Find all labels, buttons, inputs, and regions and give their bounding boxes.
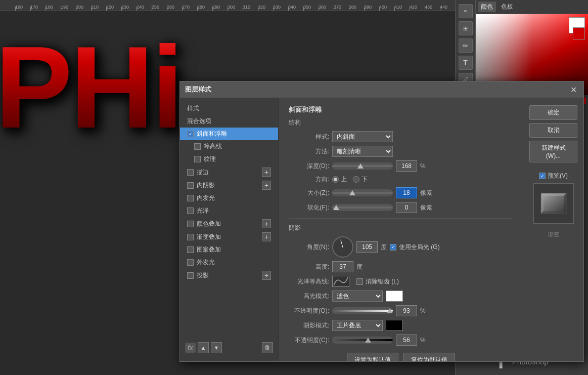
style-list-inner-shadow[interactable]: 内阴影	[187, 181, 262, 190]
swatch-tab[interactable]: 色板	[498, 2, 516, 12]
method-select[interactable]: 雕刻清晰 平滑 雕刻柔和	[332, 146, 393, 157]
preview-checkbox-item[interactable]: 预览(V)	[539, 172, 568, 180]
svg-marker-1	[541, 193, 566, 196]
anti-alias-checkbox[interactable]	[356, 278, 363, 285]
depth-slider[interactable]	[332, 162, 393, 170]
color-tab[interactable]: 颜色	[478, 2, 496, 12]
direction-up-radio[interactable]	[332, 176, 339, 183]
shadow-opacity-input[interactable]	[396, 335, 417, 346]
soften-input[interactable]	[396, 202, 417, 213]
style-list-pattern-overlay[interactable]: 图案叠加	[180, 243, 278, 256]
style-list-styles[interactable]: 样式	[180, 102, 278, 115]
angle-dial[interactable]	[332, 236, 353, 258]
pattern-overlay-checkbox[interactable]	[187, 246, 194, 253]
gloss-contour-swatch[interactable]	[332, 276, 349, 287]
global-light-checkbox[interactable]	[390, 244, 396, 251]
angle-input[interactable]	[356, 241, 378, 253]
altitude-input[interactable]	[332, 261, 353, 272]
outer-glow-checkbox[interactable]	[187, 259, 194, 266]
type-tool[interactable]: T	[459, 56, 473, 70]
style-list-texture[interactable]: 纹理	[180, 153, 278, 165]
size-slider[interactable]	[332, 189, 393, 196]
shadow-mode-label: 阴影模式:	[289, 321, 329, 330]
angle-line	[340, 239, 343, 247]
arrow-down-btn[interactable]: ▼	[211, 342, 222, 353]
lasso-tool[interactable]: ⚬	[459, 4, 473, 18]
highlight-opacity-input[interactable]	[396, 305, 417, 316]
fx-label: fx	[185, 343, 196, 353]
style-list-satin[interactable]: 光泽	[180, 204, 278, 217]
cancel-button[interactable]: 取消	[529, 123, 577, 138]
style-list-drop-shadow[interactable]: 投影	[187, 271, 262, 280]
eraser-tool[interactable]: ✏	[459, 38, 473, 53]
gradient-overlay-plus-btn[interactable]: +	[262, 232, 271, 241]
drop-shadow-checkbox[interactable]	[187, 272, 194, 279]
style-list-stroke[interactable]: 描边	[187, 168, 262, 177]
direction-down-option[interactable]: 下	[353, 175, 368, 184]
shadow-mode-select[interactable]: 正片叠底 正常 滤色	[332, 320, 383, 331]
highlight-mode-select[interactable]: 滤色 正常 正片叠底	[332, 290, 383, 302]
direction-down-label: 下	[361, 175, 368, 184]
ruler-mark: 200	[76, 0, 91, 11]
style-list-blend-options[interactable]: 混合选项	[180, 115, 278, 128]
ruler-mark: 370	[334, 0, 349, 11]
set-default-btn[interactable]: 设置为默认值	[347, 353, 398, 361]
svg-marker-3	[541, 211, 566, 214]
style-list-panel: 样式 混合选项 斜面和浮雕 等高线 纹理	[180, 98, 279, 361]
structure-title: 结构	[289, 118, 513, 127]
style-list-contour[interactable]: 等高线	[180, 140, 278, 153]
reset-default-btn[interactable]: 复位为默认值	[403, 353, 455, 361]
ruler-mark: 360	[319, 0, 334, 11]
anti-alias-checkbox-item[interactable]: 消除锯齿 (L)	[356, 277, 399, 286]
ruler-mark: 270	[182, 0, 197, 11]
new-style-button[interactable]: 新建样式(W)...	[529, 141, 577, 162]
style-list-bevel-emboss[interactable]: 斜面和浮雕	[180, 128, 278, 140]
inner-glow-checkbox[interactable]	[187, 195, 194, 201]
ruler-mark: 220	[106, 0, 121, 11]
ruler-mark: 230	[121, 0, 137, 11]
arrow-up-btn[interactable]: ▲	[198, 342, 209, 353]
gradient-overlay-checkbox[interactable]	[187, 234, 194, 240]
angle-label: 角度(N):	[289, 243, 329, 252]
highlight-opacity-row: 不透明度(O): %	[289, 305, 513, 316]
size-input[interactable]	[396, 187, 417, 198]
style-list-inner-glow[interactable]: 内发光	[180, 192, 278, 204]
preview-checkbox[interactable]	[539, 173, 546, 179]
inner-shadow-plus-btn[interactable]: +	[262, 181, 271, 190]
highlight-color-swatch[interactable]	[386, 290, 403, 302]
dialog-close-button[interactable]: ✕	[568, 85, 578, 95]
global-light-checkbox-item[interactable]: 使用全局光 (G)	[390, 243, 440, 252]
direction-up-option[interactable]: 上	[332, 175, 347, 184]
style-list-gradient-overlay[interactable]: 渐变叠加	[187, 233, 262, 241]
bevel-checkbox[interactable]	[187, 131, 194, 137]
ok-button[interactable]: 确定	[529, 105, 577, 120]
color-overlay-checkbox[interactable]	[187, 221, 194, 227]
shadow-opacity-slider[interactable]	[332, 337, 393, 344]
crop-tool[interactable]: ⊞	[459, 21, 473, 35]
direction-down-radio[interactable]	[353, 176, 359, 183]
shadow-mode-row: 阴影模式: 正片叠底 正常 滤色	[289, 320, 513, 331]
soften-slider[interactable]	[332, 204, 393, 211]
style-list-outer-glow[interactable]: 外发光	[180, 256, 278, 269]
drop-shadow-plus-btn[interactable]: +	[262, 271, 271, 280]
contour-checkbox[interactable]	[194, 143, 201, 150]
color-overlay-plus-btn[interactable]: +	[262, 219, 271, 228]
highlight-opacity-slider[interactable]	[332, 307, 393, 314]
style-select[interactable]: 内斜面 外斜面 浮雕效果 枕状浮雕 描边浮雕	[332, 131, 393, 142]
ruler-mark: 180	[46, 0, 61, 11]
style-list-color-overlay[interactable]: 颜色叠加	[187, 220, 262, 228]
trash-btn[interactable]: 🗑	[262, 342, 273, 353]
stroke-plus-btn[interactable]: +	[262, 168, 271, 177]
stroke-checkbox[interactable]	[187, 169, 194, 176]
direction-up-label: 上	[341, 175, 347, 184]
ruler-mark: 290	[212, 0, 228, 11]
texture-checkbox[interactable]	[194, 156, 201, 162]
inner-shadow-checkbox[interactable]	[187, 182, 194, 189]
dialog-title: 图层样式	[185, 85, 211, 94]
angle-unit: 度	[381, 243, 387, 252]
satin-checkbox[interactable]	[187, 207, 194, 214]
ruler-mark: 160	[15, 0, 30, 11]
shadow-color-swatch[interactable]	[386, 320, 403, 331]
depth-input[interactable]	[396, 160, 417, 172]
right-buttons-panel: 确定 取消 新建样式(W)... 预览(V)	[523, 98, 583, 361]
